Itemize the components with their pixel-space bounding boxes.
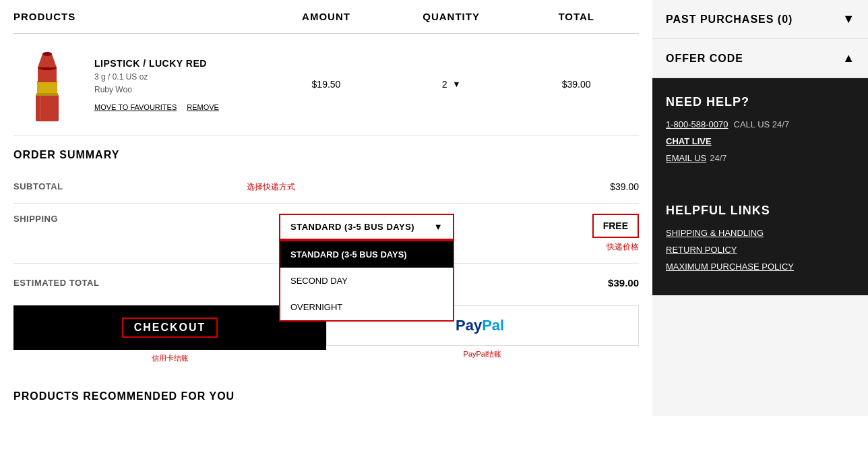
shipping-option-standard[interactable]: STANDARD (3-5 BUS DAYS) [280,241,453,268]
need-help-section: NEED HELP? 1-800-588-0070 CALL US 24/7 C… [652,78,868,187]
shipping-select-box[interactable]: STANDARD (3-5 BUS DAYS) ▼ [279,214,454,240]
paypal-logo: PayPal [456,315,509,336]
item-details: LIPSTICK / LUCKY RED 3 g / 0.1 US oz Rub… [94,58,219,111]
shipping-label: SHIPPING [13,214,148,224]
col-header-amount: AMOUNT [264,11,389,22]
need-help-title: NEED HELP? [666,95,855,109]
shipping-dropdown[interactable]: STANDARD (3-5 BUS DAYS) ▼ STANDARD (3-5 … [279,214,454,240]
svg-text:PayPal: PayPal [456,317,504,334]
item-total: $39.00 [514,79,639,90]
offer-code-section: OFFER CODE ▲ [652,39,868,78]
dropdown-arrow-icon: ▼ [434,222,443,232]
chat-link-row: CHAT LIVE [666,136,855,146]
offer-code-header[interactable]: OFFER CODE ▲ [652,39,868,78]
item-size: 3 g / 0.1 US oz [94,72,219,82]
cart-item-row: LIPSTICK / LUCKY RED 3 g / 0.1 US oz Rub… [13,34,639,136]
email-us-link[interactable]: EMAIL US [666,153,706,163]
products-recommended-title: PRODUCTS RECOMMENDED FOR YOU [13,390,639,402]
paypal-hint: PayPal结账 [464,349,502,359]
shipping-options-list: STANDARD (3-5 BUS DAYS) SECOND DAY OVERN… [279,240,454,322]
chat-live-link[interactable]: CHAT LIVE [666,136,712,146]
col-header-products: PRODUCTS [13,11,264,22]
past-purchases-title: PAST PURCHASES (0) [666,13,793,26]
shipping-hint-text: 选择快递方式 [247,181,295,193]
offer-code-chevron-icon: ▲ [842,51,855,65]
shipping-price-hint: 快递价格 [607,241,639,253]
item-shade: Ruby Woo [94,85,219,94]
svg-rect-0 [36,94,59,121]
maximum-purchase-policy-link[interactable]: MAXIMUM PURCHASE POLICY [666,262,855,272]
email-link-row: EMAIL US 24/7 [666,153,855,163]
item-name: LIPSTICK / LUCKY RED [94,58,219,69]
products-recommended-section: PRODUCTS RECOMMENDED FOR YOU [13,377,639,416]
subtotal-row: SUBTOTAL 选择快递方式 $39.00 [13,175,639,200]
helpful-links-section: HELPFUL LINKS SHIPPING & HANDLING RETURN… [652,187,868,295]
item-product-col: LIPSTICK / LUCKY RED 3 g / 0.1 US oz Rub… [13,47,264,121]
item-amount: $19.50 [264,79,389,90]
phone-number[interactable]: 1-800-588-0070 [666,119,728,129]
past-purchases-header[interactable]: PAST PURCHASES (0) ▼ [652,0,868,38]
sidebar: PAST PURCHASES (0) ▼ OFFER CODE ▲ NEED H… [652,0,868,416]
quantity-number: 2 [442,79,447,90]
order-summary-section: ORDER SUMMARY SUBTOTAL 选择快递方式 $39.00 SHI… [13,136,639,377]
svg-rect-7 [36,93,58,96]
help-phone-row: 1-800-588-0070 CALL US 24/7 [666,119,855,129]
item-quantity: 2 ▼ [389,79,514,90]
estimated-total-label: ESTIMATED TOTAL [13,278,148,288]
product-image [13,47,81,121]
email-suffix-text: 24/7 [710,153,726,163]
shipping-option-overnight[interactable]: OVERNIGHT [280,294,453,320]
helpful-links-title: HELPFUL LINKS [666,204,855,218]
offer-code-title: OFFER CODE [666,53,743,65]
shipping-dropdown-area: STANDARD (3-5 BUS DAYS) ▼ STANDARD (3-5 … [148,214,585,240]
remove-button[interactable]: REMOVE [187,103,219,111]
col-header-total: TOTAL [514,11,639,22]
shipping-handling-link[interactable]: SHIPPING & HANDLING [666,228,855,238]
item-actions: MOVE TO FAVOURITES REMOVE [94,103,219,111]
call-us-text: CALL US 24/7 [734,119,790,129]
past-purchases-chevron-icon: ▼ [842,12,855,26]
quantity-arrow-icon[interactable]: ▼ [453,80,461,89]
move-to-favourites-button[interactable]: MOVE TO FAVOURITES [94,103,177,111]
selected-shipping-text: STANDARD (3-5 BUS DAYS) [290,222,414,232]
subtotal-label: SUBTOTAL [13,181,148,191]
col-header-quantity: QUANTITY [389,11,514,22]
shipping-free-badge: FREE [592,214,639,238]
past-purchases-section: PAST PURCHASES (0) ▼ [652,0,868,39]
subtotal-value: $39.00 [394,181,639,192]
checkout-btn-label: CHECKOUT [122,318,218,338]
credit-card-hint: 信用卡结账 [152,353,189,363]
return-policy-link[interactable]: RETURN POLICY [666,245,855,255]
order-summary-title: ORDER SUMMARY [13,149,639,161]
shipping-row: SHIPPING STANDARD (3-5 BUS DAYS) ▼ STAND… [13,207,639,260]
svg-point-5 [42,52,52,56]
shipping-option-second-day[interactable]: SECOND DAY [280,268,453,294]
